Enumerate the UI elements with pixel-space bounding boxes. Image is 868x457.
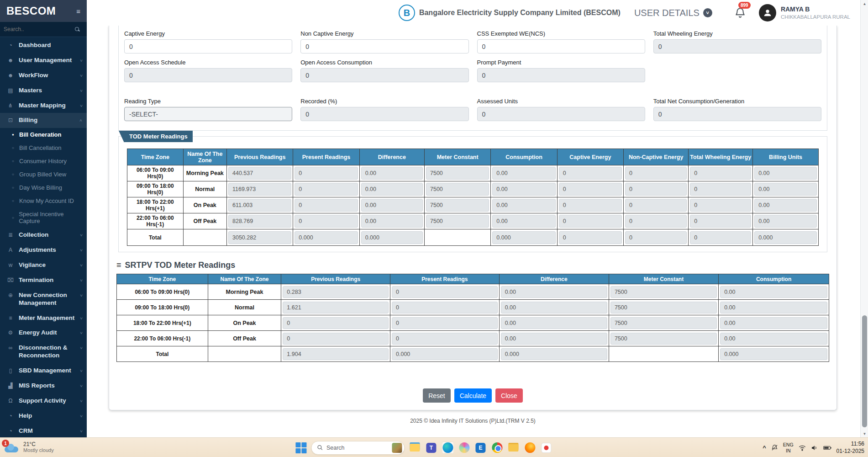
sidebar-item-crm[interactable]: ◔CRM>	[0, 424, 87, 438]
notifications-bell[interactable]: 899	[734, 7, 746, 19]
bullet-icon: ○	[12, 216, 19, 220]
volume-icon[interactable]	[811, 445, 818, 451]
user-details-label: USER DETAILS	[634, 8, 700, 18]
field-assessed-units: Assessed Units	[477, 98, 645, 121]
value-cell: 7500	[425, 165, 491, 181]
wifi-icon[interactable]	[799, 445, 806, 451]
value-cell: 0.00	[719, 331, 829, 346]
sidebar-subitem-group-billed-view[interactable]: ○Group Billed View	[0, 168, 87, 181]
reading-type-select[interactable]: -SELECT-	[124, 107, 292, 121]
sidebar-item-disconnection-reconnection[interactable]: ∞Disconnection & Reconnection>	[0, 340, 87, 363]
value-cell: 0	[293, 181, 359, 197]
value-cell: 0	[689, 229, 753, 246]
css-exempted-input[interactable]	[477, 39, 645, 53]
reading-value: 0	[559, 183, 622, 196]
user-details-menu[interactable]: USER DETAILS >	[634, 8, 712, 18]
battery-icon[interactable]	[823, 445, 831, 451]
value-cell: 7500	[609, 284, 718, 300]
tray-chevron-up-icon[interactable]: ^	[763, 444, 766, 451]
sidebar-item-help[interactable]: ◔Help>	[0, 409, 87, 424]
sidebar-item-collection[interactable]: ≣Collection>	[0, 228, 87, 243]
sidebar-item-meter-management[interactable]: ≡Meter Management>	[0, 311, 87, 326]
edge-icon[interactable]	[442, 441, 454, 454]
copilot-icon[interactable]	[458, 441, 470, 454]
sidebar-item-masters[interactable]: ▤Masters>	[0, 83, 87, 98]
org-header: B Bangalore Electricity Supply Company L…	[399, 5, 621, 21]
sidebar-item-sbd-management[interactable]: ▯SBD Management>	[0, 363, 87, 378]
folder-icon[interactable]	[507, 441, 520, 454]
value-cell: 0.000	[390, 346, 500, 362]
sidebar-search-input[interactable]	[4, 26, 71, 32]
chrome-icon[interactable]	[491, 441, 503, 454]
column-header: Billing Units	[753, 149, 819, 165]
taskbar-search-box[interactable]: Search	[311, 441, 405, 455]
avatar[interactable]	[759, 4, 776, 21]
sidebar-item-dashboard[interactable]: ◔Dashboard	[0, 38, 87, 53]
captive-energy-input[interactable]	[124, 39, 292, 53]
sidebar-item-master-mapping[interactable]: ⋔Master Mapping>	[0, 98, 87, 113]
sidebar-item-new-connection-management[interactable]: ⊕New Connection Management>	[0, 288, 87, 311]
reading-value: 0	[625, 215, 687, 228]
teams-icon[interactable]: T	[425, 441, 437, 454]
scroll-down-icon[interactable]: ▼	[861, 430, 868, 437]
sidebar-item-vigilance[interactable]: wVigilance>	[0, 258, 87, 273]
taskbar-weather-widget[interactable]: 1 21°C Mostly cloudy	[4, 440, 54, 454]
sidebar-subitem-bill-cancellation[interactable]: ○Bill Cancellation	[0, 141, 87, 154]
start-button[interactable]	[295, 442, 307, 454]
sidebar-subitem-day-wise-billing[interactable]: ○Day Wise Billing	[0, 181, 87, 194]
sidebar-subitem-label: Consumer History	[19, 158, 67, 165]
chevron-down-icon: >	[79, 370, 84, 372]
sidebar-item-label: Termination	[19, 276, 78, 284]
reading-value: 0	[392, 302, 498, 314]
sidebar-subitem-label: Group Billed View	[19, 171, 66, 178]
sidebar-subitem-know-my-account-id[interactable]: ○Know My Account ID	[0, 194, 87, 207]
sidebar-subitem-consumer-history[interactable]: ○Consumer History	[0, 154, 87, 168]
scrollbar-thumb[interactable]	[862, 315, 867, 427]
dashboard-icon: ◔	[5, 42, 16, 49]
non-captive-energy-input[interactable]	[300, 39, 468, 53]
hamburger-icon[interactable]: ≡	[76, 7, 80, 15]
notification-app-icon[interactable]	[540, 441, 552, 454]
chevron-down-icon: >	[79, 74, 84, 77]
sidebar-item-mis-reports[interactable]: ▟MIS Reports>	[0, 378, 87, 393]
bullet-icon: ○	[12, 146, 19, 150]
sidebar-subitem-bill-generation[interactable]: ●Bill Generation	[0, 128, 87, 141]
sidebar-item-billing[interactable]: ⊡Billing>	[0, 113, 87, 128]
reading-value: 828.769	[228, 215, 291, 228]
office-app-icon[interactable]: E	[474, 441, 487, 454]
taskbar-clock[interactable]: 11:56 01-12-2025	[836, 441, 864, 455]
page-scrollbar[interactable]: ▲ ▼	[860, 0, 868, 437]
field-recorded-percent: Recorded (%)	[300, 98, 468, 121]
reset-button[interactable]: Reset	[423, 388, 451, 403]
do-not-disturb-icon[interactable]	[771, 444, 778, 451]
sidebar-item-label: Master Mapping	[19, 102, 78, 110]
link-icon: ∞	[5, 345, 16, 351]
sidebar-item-user-management[interactable]: ☻User Management>	[0, 53, 87, 68]
time-zone-cell: 06:00 To 09:00 Hrs(0)	[117, 284, 208, 300]
zone-name-cell: On Peak	[208, 315, 281, 331]
close-button[interactable]: Close	[495, 388, 523, 403]
sidebar-item-workflow[interactable]: ☻WorkFlow>	[0, 68, 87, 83]
field-total-wheeling-energy: Total Wheeling Energy	[653, 30, 821, 53]
sidebar-item-energy-audit[interactable]: ⚙Energy Audit>	[0, 325, 87, 340]
sidebar-item-support-activity[interactable]: ΩSupport Activity>	[0, 393, 87, 409]
language-indicator[interactable]: ENG IN	[783, 442, 794, 453]
reading-value: 0	[690, 199, 751, 212]
chevron-down-icon: >	[79, 279, 84, 282]
search-icon[interactable]	[71, 24, 83, 34]
scroll-up-icon[interactable]: ▲	[861, 0, 868, 7]
file-explorer-icon[interactable]	[409, 441, 421, 454]
firefox-icon[interactable]	[524, 441, 536, 454]
calculate-button[interactable]: Calculate	[454, 388, 492, 403]
value-cell: 7500	[425, 181, 491, 197]
sidebar-item-label: WorkFlow	[19, 72, 78, 80]
sidebar-item-label: User Management	[19, 57, 78, 64]
sidebar-item-adjustments[interactable]: AAdjustments>	[0, 243, 87, 258]
value-cell: 828.769	[227, 213, 293, 229]
value-cell: 0	[293, 213, 359, 229]
chevron-down-icon: >	[79, 347, 84, 349]
sidebar-item-label: CRM	[19, 427, 78, 435]
field-spacer	[653, 59, 821, 82]
sidebar-item-termination[interactable]: ⌧Termination>	[0, 273, 87, 288]
sidebar-subitem-special-incentive-capture[interactable]: ○Special Incentive Capture	[0, 207, 87, 228]
